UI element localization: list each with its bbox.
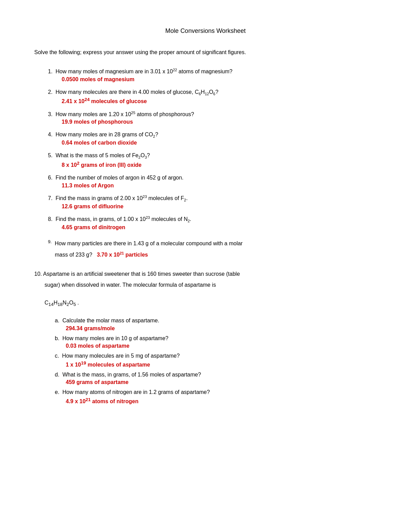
q5-text: 5. What is the mass of 5 moles of Fe2O3? (48, 151, 377, 161)
q10b-text: b. How many moles are in 10 g of asparta… (55, 334, 377, 343)
question-7: 7. Find the mass in grams of 2.00 x 1023… (34, 194, 377, 210)
question-5: 5. What is the mass of 5 moles of Fe2O3?… (34, 151, 377, 168)
question-4: 4. How many moles are in 28 grams of CO2… (34, 130, 377, 146)
question-3: 3. How many moles are 1.20 x 1025 atoms … (34, 110, 377, 125)
q8-answer: 4.65 grams of dinitrogen (62, 224, 377, 231)
q2-text: 2. How many molecules are there in 4.00 … (48, 87, 377, 97)
q8-text: 8. Find the mass, in grams, of 1.00 x 10… (48, 214, 377, 224)
intro-text: Solve the following; express your answer… (34, 48, 377, 57)
q10a: a. Calculate the molar mass of aspartame… (55, 316, 377, 331)
q10-formula: C14H18N2O5 . (34, 297, 377, 309)
q10a-answer: 294.34 grams/mole (55, 325, 377, 332)
q10e-text: e. How many atoms of nitrogen are in 1.2… (55, 387, 377, 397)
q6-text: 6. Find the number of moles of argon in … (48, 173, 377, 182)
q10c-text: c. How many molecules are in 5 mg of asp… (55, 351, 377, 360)
q7-text: 7. Find the mass in grams of 2.00 x 1023… (48, 194, 377, 203)
q10-subquestions: a. Calculate the molar mass of aspartame… (34, 316, 377, 405)
q10-text: 10. Aspartame is an artificial sweetener… (34, 269, 377, 290)
question-10: 10. Aspartame is an artificial sweetener… (34, 269, 377, 405)
q10a-text: a. Calculate the molar mass of aspartame… (55, 316, 377, 325)
questions-container: 1. How many moles of magnesium are in 3.… (34, 67, 377, 405)
question-2: 2. How many molecules are there in 4.00 … (34, 87, 377, 105)
q6-answer: 11.3 moles of Argon (62, 183, 377, 189)
q10d: d. What is the mass, in grams, of 1.56 m… (55, 370, 377, 385)
q1-answer: 0.0500 moles of magnesium (62, 76, 377, 83)
q10e-answer: 4.9 x 1021 atoms of nitrogen (55, 397, 377, 405)
q4-text: 4. How many moles are in 28 grams of CO2… (48, 130, 377, 140)
q10c-answer: 1 x 1019 molecules of aspartame (55, 360, 377, 368)
q3-answer: 19.9 moles of phosphorous (62, 119, 377, 125)
q4-answer: 0.64 moles of carbon dioxide (62, 140, 377, 146)
q7-answer: 12.6 grams of difluorine (62, 203, 377, 210)
q1-text: 1. How many moles of magnesium are in 3.… (48, 67, 377, 76)
q10e: e. How many atoms of nitrogen are in 1.2… (55, 387, 377, 405)
q10d-text: d. What is the mass, in grams, of 1.56 m… (55, 370, 377, 379)
q3-text: 3. How many moles are 1.20 x 1025 atoms … (48, 110, 377, 119)
q2-answer: 2.41 x 1024 molecules of glucose (62, 97, 377, 104)
question-1: 1. How many moles of magnesium are in 3.… (34, 67, 377, 83)
q9-text: 9. How many particles are there in 1.43 … (48, 237, 377, 260)
q10b-answer: 0.03 moles of aspartame (55, 343, 377, 349)
page-title: Mole Conversions Worksheet (34, 27, 377, 35)
question-8: 8. Find the mass, in grams, of 1.00 x 10… (34, 214, 377, 231)
q10c: c. How many molecules are in 5 mg of asp… (55, 351, 377, 368)
q5-answer: 8 x 102 grams of iron (III) oxide (62, 161, 377, 168)
question-6: 6. Find the number of moles of argon in … (34, 173, 377, 188)
question-9: 9. How many particles are there in 1.43 … (34, 237, 377, 260)
q10d-answer: 459 grams of aspartame (55, 379, 377, 385)
q10b: b. How many moles are in 10 g of asparta… (55, 334, 377, 349)
